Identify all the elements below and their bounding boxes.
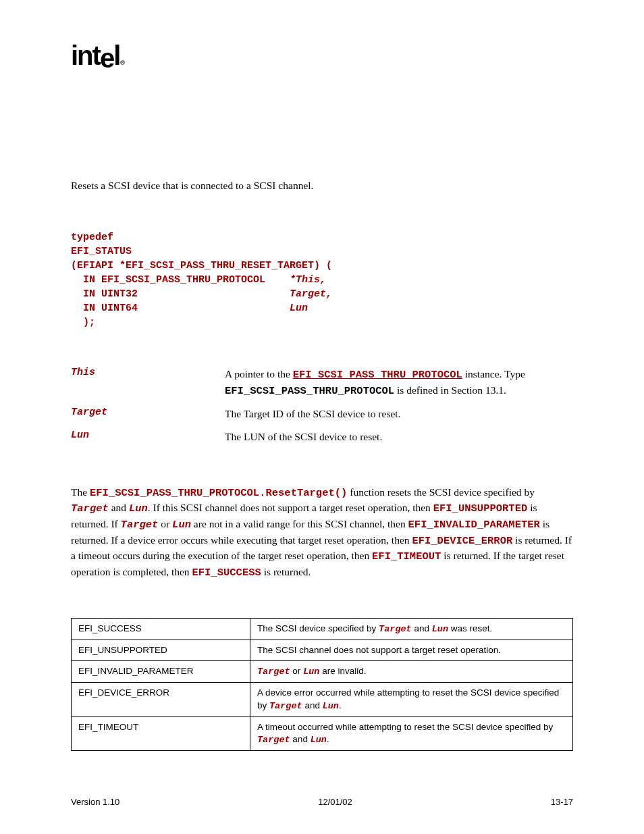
summary-text: Resets a SCSI device that is connected t… bbox=[71, 179, 573, 193]
description-text: The EFI_SCSI_PASS_THRU_PROTOCOL.ResetTar… bbox=[71, 485, 573, 581]
param-lun: Lun The LUN of the SCSI device to reset. bbox=[71, 429, 573, 444]
table-row: EFI_DEVICE_ERROR A device error occurred… bbox=[72, 683, 573, 716]
intel-logo: intel® bbox=[71, 41, 123, 71]
table-row: EFI_TIMEOUT A timeout occurred while att… bbox=[72, 716, 573, 750]
link-protocol[interactable]: EFI_SCSI_PASS_THRU_PROTOCOL bbox=[293, 369, 462, 381]
footer-date: 12/01/02 bbox=[318, 797, 352, 807]
page-footer: Version 1.10 12/01/02 13-17 bbox=[71, 797, 573, 807]
param-this: This A pointer to the EFI_SCSI_PASS_THRU… bbox=[71, 367, 573, 398]
parameters-section: This A pointer to the EFI_SCSI_PASS_THRU… bbox=[71, 367, 573, 444]
table-row: EFI_UNSUPPORTED The SCSI channel does no… bbox=[72, 640, 573, 661]
prototype-block: typedef EFI_STATUS (EFIAPI *EFI_SCSI_PAS… bbox=[71, 230, 573, 330]
footer-version: Version 1.10 bbox=[71, 797, 119, 807]
status-codes-table: EFI_SUCCESS The SCSI device specified by… bbox=[71, 618, 573, 752]
param-target: Target The Target ID of the SCSI device … bbox=[71, 407, 573, 421]
table-row: EFI_SUCCESS The SCSI device specified by… bbox=[72, 618, 573, 640]
table-row: EFI_INVALID_PARAMETER Target or Lun are … bbox=[72, 661, 573, 683]
footer-page: 13-17 bbox=[551, 797, 573, 807]
